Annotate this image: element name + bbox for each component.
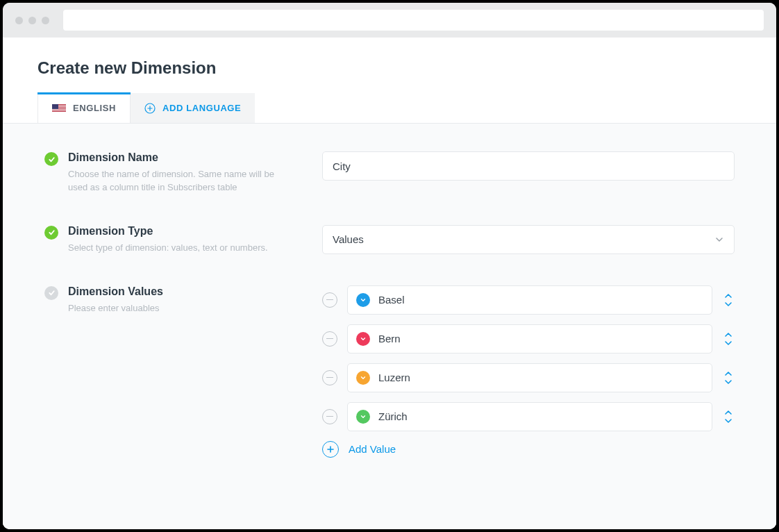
check-icon — [48, 228, 56, 236]
add-value-button[interactable] — [322, 441, 339, 458]
remove-value-button[interactable] — [322, 370, 337, 385]
page-title: Create new Dimension — [3, 38, 776, 93]
window-close-dot[interactable] — [15, 17, 23, 24]
value-row: Luzern — [322, 363, 735, 392]
remove-value-button[interactable] — [322, 292, 337, 308]
sort-arrows-icon — [724, 293, 732, 307]
row-dimension-name: Dimension Name Choose the name of dimens… — [44, 151, 735, 194]
value-input[interactable]: Luzern — [347, 363, 712, 392]
sort-arrows-icon — [724, 410, 732, 424]
app-window: Create new Dimension ENGLISH ADD LANGUAG… — [3, 3, 776, 529]
value-row: Basel — [322, 285, 735, 315]
chevron-down-icon — [714, 235, 724, 244]
drag-handle[interactable] — [722, 293, 735, 307]
form-body: Dimension Name Choose the name of dimens… — [3, 124, 776, 529]
language-tabs: ENGLISH ADD LANGUAGE — [3, 93, 776, 124]
drag-handle[interactable] — [722, 332, 735, 346]
dimension-type-select[interactable]: Values — [322, 225, 735, 254]
status-icon-valid — [44, 226, 58, 240]
minus-icon — [326, 299, 333, 301]
minus-icon — [326, 338, 333, 340]
chevron-down-icon — [360, 374, 367, 381]
remove-value-button[interactable] — [322, 409, 337, 424]
plus-circle-icon — [144, 103, 156, 114]
add-value-label: Add Value — [349, 443, 396, 455]
value-text: Zürich — [378, 410, 408, 422]
address-bar[interactable] — [63, 10, 764, 31]
value-input[interactable]: Basel — [347, 285, 712, 315]
check-icon — [48, 289, 56, 297]
value-input[interactable]: Bern — [347, 324, 712, 354]
browser-chrome — [3, 3, 776, 38]
color-chip[interactable] — [356, 332, 370, 346]
chevron-down-icon — [360, 335, 367, 342]
color-chip[interactable] — [356, 410, 370, 424]
tab-english-label: ENGLISH — [73, 103, 116, 113]
window-controls — [15, 17, 49, 24]
drag-handle[interactable] — [722, 410, 735, 424]
sort-arrows-icon — [724, 332, 732, 346]
remove-value-button[interactable] — [322, 331, 337, 347]
tab-english[interactable]: ENGLISH — [37, 93, 131, 123]
chevron-down-icon — [360, 297, 367, 304]
value-input[interactable]: Zürich — [347, 402, 712, 431]
drag-handle[interactable] — [722, 371, 735, 385]
value-row: Zürich — [322, 402, 735, 431]
row-dimension-type: Dimension Type Select type of dimension:… — [44, 225, 735, 255]
sort-arrows-icon — [724, 371, 732, 385]
us-flag-icon — [52, 104, 66, 113]
dimension-values-label: Dimension Values — [68, 285, 163, 298]
window-min-dot[interactable] — [28, 17, 36, 24]
minus-icon — [326, 416, 333, 417]
tab-add-language[interactable]: ADD LANGUAGE — [131, 93, 255, 123]
tab-add-language-label: ADD LANGUAGE — [162, 103, 241, 113]
value-row: Bern — [322, 324, 735, 354]
color-chip[interactable] — [356, 371, 370, 385]
plus-icon — [326, 445, 335, 454]
value-text: Luzern — [378, 372, 410, 383]
window-max-dot[interactable] — [42, 17, 49, 24]
values-list: BaselBernLuzernZürichAdd Value — [322, 285, 735, 458]
dimension-type-label: Dimension Type — [68, 225, 268, 238]
status-icon-valid — [44, 152, 58, 166]
row-dimension-values: Dimension Values Please enter valuables … — [44, 285, 735, 458]
dimension-name-help: Choose the name of dimension. Same name … — [68, 168, 290, 194]
dimension-name-input[interactable] — [322, 151, 735, 181]
page-content: Create new Dimension ENGLISH ADD LANGUAG… — [3, 38, 776, 529]
chevron-down-icon — [360, 413, 367, 420]
status-icon-pending — [44, 286, 58, 300]
value-text: Bern — [378, 333, 401, 344]
value-text: Basel — [378, 294, 405, 306]
dimension-type-selected: Values — [333, 233, 364, 245]
dimension-name-label: Dimension Name — [68, 151, 290, 164]
minus-icon — [326, 377, 333, 379]
dimension-values-help: Please enter valuables — [68, 302, 163, 315]
color-chip[interactable] — [356, 293, 370, 307]
add-value-row[interactable]: Add Value — [322, 441, 735, 458]
dimension-type-help: Select type of dimension: values, text o… — [68, 242, 268, 255]
check-icon — [48, 156, 56, 163]
